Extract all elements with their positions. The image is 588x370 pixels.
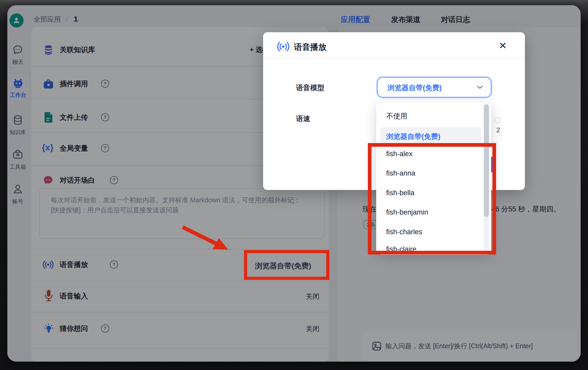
speed-slider-handle-max[interactable] <box>495 117 501 123</box>
speed-label: 语速 <box>296 114 310 123</box>
dropdown-option-selected-label: 浏览器自带(免费) <box>386 132 440 141</box>
modal-title: 语音播放 <box>294 42 326 53</box>
voice-model-label: 语音模型 <box>296 83 324 92</box>
speed-max-value: 2 <box>496 126 500 134</box>
annotation-box-dropdown <box>368 143 496 254</box>
voice-model-select[interactable]: 浏览器自带(免费) <box>377 77 491 97</box>
chevron-down-icon <box>476 85 483 90</box>
voice-model-select-value: 浏览器自带(免费) <box>387 83 442 92</box>
dropdown-option-none[interactable]: 不使用 <box>386 111 407 121</box>
annotation-box-tts-value <box>244 250 329 280</box>
screenshot-root: 全部应用 / 1 应用配置 发布渠道 对话日志 聊天 工作台 <box>0 0 588 370</box>
annotation-arrow <box>173 221 236 258</box>
modal-close-button[interactable]: ✕ <box>499 40 507 51</box>
tts-modal-icon <box>277 40 290 53</box>
